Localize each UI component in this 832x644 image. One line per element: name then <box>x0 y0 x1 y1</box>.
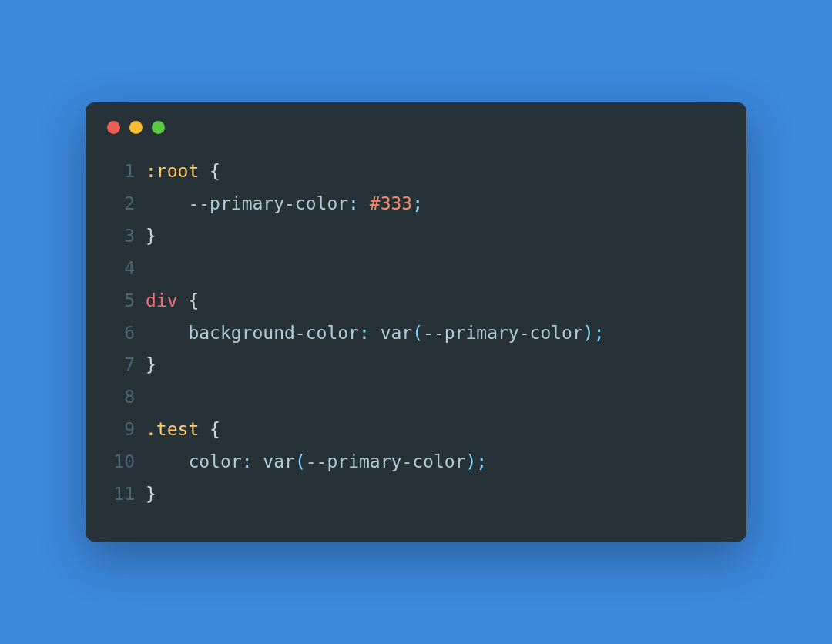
token-brace: } <box>146 226 156 246</box>
line-number: 9 <box>109 414 146 446</box>
code-line[interactable]: 5div { <box>109 285 723 317</box>
token-default <box>199 419 210 439</box>
token-tag: div <box>146 290 178 310</box>
token-punct: ( <box>412 323 423 343</box>
token-prop: --primary-color <box>306 451 466 471</box>
token-prop: var <box>381 323 413 343</box>
token-default <box>370 323 381 343</box>
token-punct: ) <box>583 323 594 343</box>
token-cls: .test <box>146 419 199 439</box>
token-prop: --primary-color <box>423 323 583 343</box>
token-prop: background-color <box>188 323 359 343</box>
line-number: 6 <box>109 317 146 350</box>
token-punct: ; <box>476 451 487 471</box>
token-punct: : <box>242 451 253 471</box>
token-brace: { <box>188 290 199 310</box>
code-line[interactable]: 11} <box>109 478 723 511</box>
line-content: } <box>146 349 156 381</box>
code-line[interactable]: 10 color: var(--primary-color); <box>109 446 723 478</box>
line-content: div { <box>146 285 199 317</box>
code-window: 1:root {2 --primary-color: #333;3}45div … <box>86 102 746 541</box>
code-line[interactable]: 3} <box>109 220 723 253</box>
code-line[interactable]: 6 background-color: var(--primary-color)… <box>109 317 723 350</box>
token-punct: ) <box>465 451 476 471</box>
line-number: 2 <box>109 188 146 220</box>
token-prop: --primary-color <box>188 193 348 213</box>
line-content: } <box>146 478 156 511</box>
token-default <box>146 193 188 213</box>
code-line[interactable]: 2 --primary-color: #333; <box>109 188 723 220</box>
token-cls: :root <box>146 161 199 181</box>
token-punct: ; <box>412 193 423 213</box>
titlebar <box>86 102 746 148</box>
token-brace: } <box>146 354 156 374</box>
line-number: 5 <box>109 285 146 317</box>
line-number: 4 <box>109 253 146 285</box>
token-default <box>178 290 189 310</box>
maximize-icon[interactable] <box>152 121 165 134</box>
line-number: 3 <box>109 220 146 253</box>
line-content: --primary-color: #333; <box>146 188 423 220</box>
token-default <box>253 451 263 471</box>
line-content: } <box>146 220 156 253</box>
token-default <box>199 161 210 181</box>
minimize-icon[interactable] <box>129 121 143 134</box>
token-punct: ; <box>594 323 605 343</box>
line-number: 1 <box>109 156 146 188</box>
code-line[interactable]: 9.test { <box>109 414 723 446</box>
token-default <box>146 323 188 343</box>
token-punct: : <box>348 193 359 213</box>
code-line[interactable]: 7} <box>109 349 723 381</box>
line-number: 8 <box>109 381 146 414</box>
token-num: #333 <box>370 193 412 213</box>
line-content: .test { <box>146 414 220 446</box>
line-content: color: var(--primary-color); <box>146 446 487 478</box>
code-line[interactable]: 8 <box>109 381 723 414</box>
token-brace: } <box>146 484 156 504</box>
code-line[interactable]: 1:root { <box>109 156 723 188</box>
token-default <box>146 451 188 471</box>
token-punct: ( <box>295 451 306 471</box>
token-prop: color <box>188 451 241 471</box>
close-icon[interactable] <box>107 121 120 134</box>
line-number: 10 <box>109 446 146 478</box>
code-line[interactable]: 4 <box>109 253 723 285</box>
token-punct: : <box>359 323 370 343</box>
line-content: :root { <box>146 156 220 188</box>
token-brace: { <box>210 419 220 439</box>
token-default <box>359 193 370 213</box>
token-prop: var <box>263 451 295 471</box>
line-content: background-color: var(--primary-color); <box>146 317 605 350</box>
line-number: 7 <box>109 349 146 381</box>
token-brace: { <box>210 161 220 181</box>
line-number: 11 <box>109 478 146 511</box>
code-editor[interactable]: 1:root {2 --primary-color: #333;3}45div … <box>86 148 746 510</box>
